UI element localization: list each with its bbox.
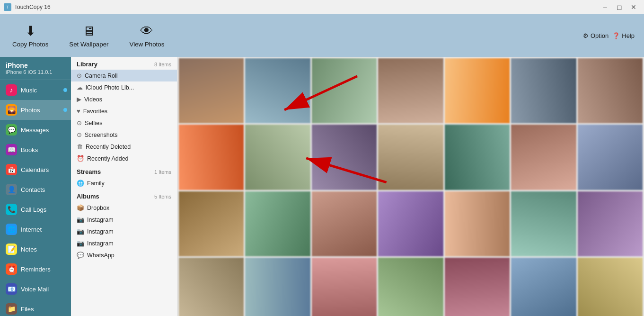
sidebar-item-contacts[interactable]: 👤Contacts xyxy=(0,180,71,199)
album-label-dropbox: Dropbox xyxy=(87,205,109,211)
set-wallpaper-button[interactable]: 🖥 Set Wallpaper xyxy=(64,20,113,51)
sidebar-item-internet[interactable]: 🌐Internet xyxy=(0,219,71,239)
album-item-dropbox[interactable]: 📦Dropbox xyxy=(71,202,177,214)
photo-cell[interactable] xyxy=(578,191,643,256)
photos-dot xyxy=(63,108,67,112)
option-button[interactable]: ⚙ Option xyxy=(583,32,609,39)
library-item-favorites[interactable]: ♥Favorites xyxy=(71,105,177,117)
albums-items: 📦Dropbox📷Instagram📷Instagram📷Instagram💬W… xyxy=(71,202,177,261)
library-label-videos: Videos xyxy=(84,96,102,103)
stream-label-family: Family xyxy=(87,180,105,187)
books-icon: 📖 xyxy=(6,144,17,155)
photo-grid xyxy=(177,57,644,316)
library-label: Library xyxy=(77,61,97,68)
sidebar-label-reminders: Reminders xyxy=(21,266,51,273)
photo-cell[interactable] xyxy=(179,125,244,190)
sidebar-item-files[interactable]: 📁Files xyxy=(0,299,71,316)
view-photos-label: View Photos xyxy=(130,41,165,48)
sidebar-item-notes[interactable]: 📝Notes xyxy=(0,239,71,259)
sidebar-item-photos[interactable]: 🌄Photos xyxy=(0,100,71,120)
library-item-camera-roll[interactable]: ⊙Camera Roll xyxy=(71,70,177,81)
album-item-instagram1[interactable]: 📷Instagram xyxy=(71,214,177,226)
contacts-icon: 👤 xyxy=(6,184,17,195)
library-item-screenshots[interactable]: ⊙Screenshots xyxy=(71,129,177,141)
photo-cell[interactable] xyxy=(445,58,510,123)
sidebar-item-call-logs[interactable]: 📞Call Logs xyxy=(0,199,71,219)
sidebar-item-music[interactable]: ♪Music xyxy=(0,80,71,100)
sidebar-label-voice-mail: Voice Mail xyxy=(21,286,49,293)
photo-cell[interactable] xyxy=(245,258,310,316)
library-icon-selfies: ⊙ xyxy=(77,119,82,126)
photo-cell[interactable] xyxy=(511,58,576,123)
sidebar-label-notes: Notes xyxy=(21,246,37,253)
view-photos-button[interactable]: 👁 View Photos xyxy=(125,20,169,51)
album-item-instagram3[interactable]: 📷Instagram xyxy=(71,237,177,249)
set-wallpaper-icon: 🖥 xyxy=(82,23,96,39)
sidebar-item-messages[interactable]: 💬Messages xyxy=(0,120,71,140)
photo-cell[interactable] xyxy=(445,258,510,316)
library-icon-videos: ▶ xyxy=(77,96,81,103)
photo-cell[interactable] xyxy=(445,191,510,256)
album-icon-dropbox: 📦 xyxy=(77,204,84,211)
library-label-favorites: Favorites xyxy=(83,108,107,115)
album-item-instagram2[interactable]: 📷Instagram xyxy=(71,226,177,237)
photo-cell[interactable] xyxy=(245,191,310,256)
sidebar-item-reminders[interactable]: ⏰Reminders xyxy=(0,259,71,279)
photo-cell[interactable] xyxy=(378,258,443,316)
library-item-recently-added[interactable]: ⏰Recently Added xyxy=(71,153,177,164)
notes-icon: 📝 xyxy=(6,244,17,255)
library-item-recently-deleted[interactable]: 🗑Recently Deleted xyxy=(71,141,177,153)
device-name: iPhone xyxy=(6,62,65,69)
library-icon-favorites: ♥ xyxy=(77,108,80,115)
view-photos-icon: 👁 xyxy=(140,23,153,39)
library-label-screenshots: Screenshots xyxy=(85,132,117,138)
album-icon-whatsapp: 💬 xyxy=(77,252,84,259)
stream-item-family[interactable]: 🌐Family xyxy=(71,177,177,189)
minimize-button[interactable]: – xyxy=(599,2,612,12)
copy-photos-button[interactable]: ⬇ Copy Photos xyxy=(8,20,53,51)
photo-cell[interactable] xyxy=(179,58,244,123)
photo-cell[interactable] xyxy=(312,191,377,256)
help-button[interactable]: ❓ Help xyxy=(612,32,635,39)
sidebar-item-calendars[interactable]: 📅Calendars xyxy=(0,160,71,180)
library-item-videos[interactable]: ▶Videos xyxy=(71,93,177,105)
library-icon-screenshots: ⊙ xyxy=(77,131,82,138)
photo-cell[interactable] xyxy=(578,58,643,123)
photo-cell[interactable] xyxy=(179,191,244,256)
library-label-recently-deleted: Recently Deleted xyxy=(86,144,131,150)
photo-cell[interactable] xyxy=(312,258,377,316)
photo-cell[interactable] xyxy=(245,125,310,190)
music-icon: ♪ xyxy=(6,84,17,96)
library-panel: Library 8 Items ⊙Camera Roll☁iCloud Phot… xyxy=(71,57,177,316)
close-button[interactable]: ✕ xyxy=(627,2,640,12)
maximize-button[interactable]: ◻ xyxy=(613,2,626,12)
photo-cell[interactable] xyxy=(511,125,576,190)
sidebar-item-voice-mail[interactable]: 📧Voice Mail xyxy=(0,279,71,299)
library-item-selfies[interactable]: ⊙Selfies xyxy=(71,117,177,129)
title-bar: T TouchCopy 16 – ◻ ✕ xyxy=(0,0,644,14)
sidebar-label-music: Music xyxy=(21,87,37,94)
music-dot xyxy=(63,88,67,92)
photo-cell[interactable] xyxy=(578,258,643,316)
photo-cell[interactable] xyxy=(378,191,443,256)
help-icon: ❓ xyxy=(612,32,620,39)
photo-cell[interactable] xyxy=(245,58,310,123)
sidebar: iPhone iPhone 6 iOS 11.0.1 ♪Music🌄Photos… xyxy=(0,57,71,316)
photo-cell[interactable] xyxy=(445,125,510,190)
album-item-whatsapp[interactable]: 💬WhatsApp xyxy=(71,249,177,261)
library-icon-recently-added: ⏰ xyxy=(77,155,84,162)
internet-icon: 🌐 xyxy=(6,224,17,235)
app-icon: T xyxy=(4,3,11,11)
copy-photos-icon: ⬇ xyxy=(25,23,36,39)
photo-cell[interactable] xyxy=(312,125,377,190)
photo-cell[interactable] xyxy=(578,125,643,190)
sidebar-item-books[interactable]: 📖Books xyxy=(0,140,71,160)
photo-cell[interactable] xyxy=(511,258,576,316)
photo-cell[interactable] xyxy=(511,191,576,256)
photo-cell[interactable] xyxy=(378,125,443,190)
photo-cell[interactable] xyxy=(179,258,244,316)
photo-cell[interactable] xyxy=(378,58,443,123)
photo-cell[interactable] xyxy=(312,58,377,123)
streams-count: 1 Items xyxy=(154,169,171,175)
library-item-icloud-photo-lib[interactable]: ☁iCloud Photo Lib... xyxy=(71,81,177,93)
